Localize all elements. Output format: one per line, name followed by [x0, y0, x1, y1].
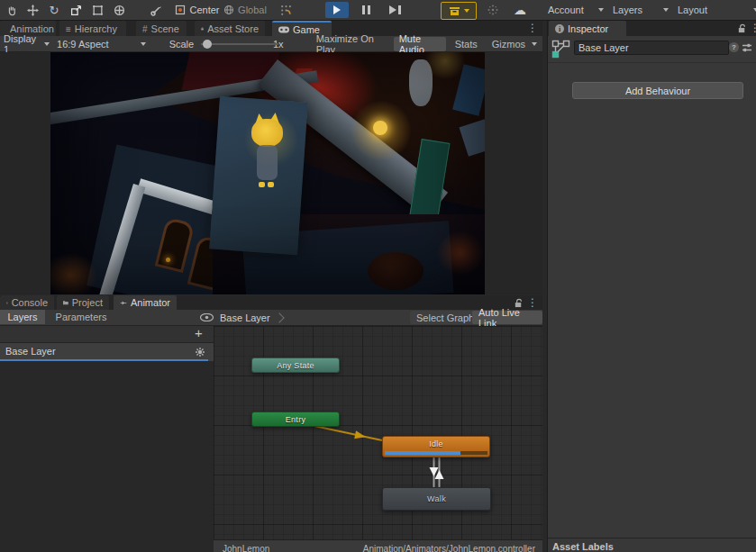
collab-button[interactable]	[441, 2, 477, 20]
info-icon: i	[555, 24, 564, 33]
move-icon	[27, 5, 39, 16]
tab-animator[interactable]: Animator	[114, 295, 177, 310]
scale-tool-button[interactable]	[66, 2, 86, 18]
step-button[interactable]	[383, 2, 406, 18]
game-render	[50, 52, 485, 294]
hand-tool-button[interactable]	[2, 2, 22, 18]
layers-dropdown[interactable]: Layers	[607, 2, 674, 18]
layer-row-base-layer[interactable]: Base Layer	[0, 343, 214, 361]
account-dropdown[interactable]: Account	[542, 2, 609, 18]
select-graph-button[interactable]: Select Graph	[410, 311, 480, 324]
add-behaviour-label: Add Behaviour	[625, 86, 690, 96]
add-layer-button[interactable]: +	[195, 325, 203, 340]
select-graph-label: Select Graph	[416, 312, 474, 323]
pause-icon	[362, 5, 365, 14]
display-dropdown-arrow	[44, 42, 50, 46]
inspector-menu-icon[interactable]: ⋮	[750, 23, 756, 33]
rotate-tool-button[interactable]: ↻	[44, 2, 64, 18]
tab-hierarchy[interactable]: ≡ Hierarchy	[59, 21, 126, 37]
tab-console[interactable]: Console	[0, 295, 54, 310]
game-panel-menu-icon[interactable]: ⋮	[527, 23, 538, 33]
play-button[interactable]	[325, 2, 349, 18]
layer-name-field[interactable]	[574, 41, 729, 55]
state-node-idle[interactable]: Idle	[382, 436, 490, 457]
tab-project-label: Project	[72, 297, 103, 308]
pivot-button[interactable]: Center	[174, 2, 221, 18]
account-dropdown-arrow	[598, 8, 604, 12]
status-selection: JohnLemon	[223, 544, 269, 552]
inspector-lock-icon[interactable]	[737, 23, 747, 33]
tab-scene[interactable]: # Scene	[136, 21, 187, 37]
rect-tool-button[interactable]	[87, 2, 107, 18]
pivot-icon	[175, 5, 186, 15]
gizmos-dropdown-arrow	[532, 42, 537, 46]
orientation-label: Global	[238, 5, 267, 15]
game-view-toolbar: Display 1 16:9 Aspect Scale 1x Maximize …	[0, 36, 542, 52]
cloud-button[interactable]: ☁	[508, 2, 532, 18]
layer-name: Base Layer	[5, 346, 56, 357]
auto-live-link-button[interactable]: Auto Live Link	[472, 311, 542, 324]
step-icon-bar	[398, 5, 401, 14]
state-walk-label: Walk	[427, 494, 446, 503]
stats-button[interactable]: Stats	[450, 36, 483, 52]
eye-icon[interactable]	[200, 313, 214, 321]
animator-breadcrumb[interactable]: Base Layer	[220, 310, 283, 325]
scale-icon	[70, 5, 82, 16]
idle-playback-progress	[385, 451, 460, 455]
inspector-tabstrip: i Inspector ⋮	[548, 21, 756, 36]
move-tool-button[interactable]	[23, 2, 42, 18]
grid-snap-icon	[280, 5, 292, 16]
animator-layers-panel: + Base Layer	[0, 326, 214, 552]
state-node-entry[interactable]: Entry	[251, 412, 340, 427]
rect-tool-icon	[92, 5, 104, 16]
display-dropdown[interactable]: Display 1	[0, 33, 53, 55]
tab-project[interactable]: Project	[57, 295, 109, 310]
asset-store-bag-icon	[201, 24, 204, 33]
animator-layers-tab[interactable]: Layers	[0, 310, 45, 324]
custom-tool-button[interactable]	[145, 2, 167, 18]
progress-activity-button[interactable]	[483, 2, 503, 18]
layout-dropdown[interactable]: Layout	[672, 2, 756, 18]
layout-label: Layout	[678, 5, 707, 15]
collab-dropdown-arrow	[464, 9, 469, 13]
transform-tool-icon	[114, 5, 125, 16]
animator-layers-tab-label: Layers	[7, 312, 37, 322]
animator-parameters-tab[interactable]: Parameters	[47, 310, 115, 324]
asset-labels-section[interactable]: Asset Labels	[548, 538, 756, 552]
maximize-on-play-button[interactable]: Maximize On Play	[311, 36, 388, 52]
state-idle-label: Idle	[429, 439, 443, 448]
layers-list-header: +	[0, 326, 214, 343]
aspect-dropdown-arrow	[141, 42, 146, 46]
aspect-label: 16:9 Aspect	[57, 39, 109, 50]
animator-graph[interactable]: Any State Entry Idle Walk JohnLemon Anim…	[214, 326, 542, 552]
add-behaviour-button[interactable]: Add Behaviour	[572, 82, 743, 99]
pause-button[interactable]	[354, 2, 378, 18]
auto-live-link-label: Auto Live Link	[478, 307, 536, 329]
state-node-any-state[interactable]: Any State	[251, 357, 340, 373]
pause-icon-bar	[368, 5, 370, 14]
cloud-icon: ☁	[514, 4, 526, 16]
layer-settings-gear-icon[interactable]	[195, 347, 205, 357]
presets-icon[interactable]	[742, 42, 752, 53]
tab-inspector[interactable]: i Inspector	[549, 21, 626, 37]
display-label: Display 1	[4, 33, 36, 55]
transform-tool-button[interactable]	[109, 2, 129, 18]
state-any-state-label: Any State	[277, 361, 314, 370]
help-icon[interactable]: ?	[729, 42, 739, 52]
mute-audio-button[interactable]: Mute Audio	[394, 37, 446, 51]
animator-toolbar: Layers Parameters Base Layer Select Grap…	[0, 310, 542, 326]
game-viewport[interactable]	[0, 52, 542, 294]
scale-slider[interactable]	[201, 38, 266, 50]
tab-animator-label: Animator	[131, 297, 170, 308]
scale-slider-track	[201, 43, 278, 45]
gizmos-label: Gizmos	[492, 39, 525, 50]
orientation-button[interactable]: Global	[222, 2, 269, 18]
status-asset-path: Animation/Animators/JohnLemon.controller	[363, 544, 535, 552]
grid-snap-button[interactable]	[275, 2, 296, 18]
tab-asset-store[interactable]: Asset Store	[195, 21, 265, 37]
scale-slider-handle[interactable]	[203, 40, 212, 49]
aspect-dropdown[interactable]: 16:9 Aspect	[53, 39, 150, 50]
gizmos-dropdown[interactable]: Gizmos	[487, 36, 542, 52]
state-node-walk[interactable]: Walk	[382, 487, 491, 511]
animator-controller-icon	[551, 40, 571, 59]
